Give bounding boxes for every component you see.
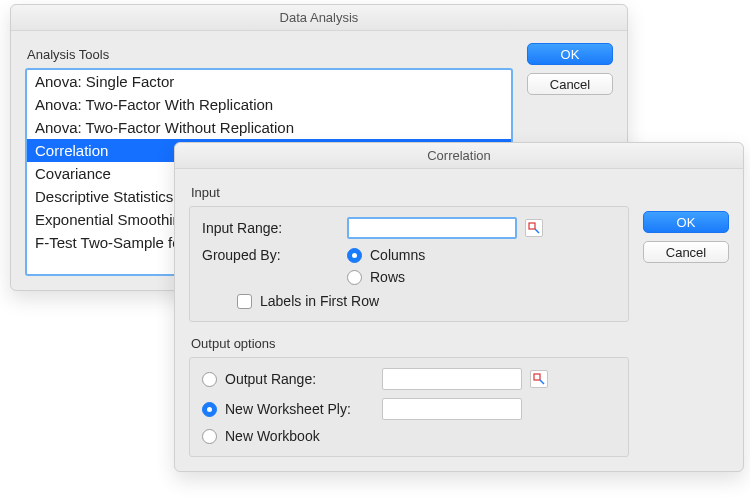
list-item[interactable]: Anova: Two-Factor With Replication [27, 93, 511, 116]
ok-button[interactable]: OK [527, 43, 613, 65]
labels-first-row-label: Labels in First Row [260, 293, 379, 309]
output-group: Output Range: New Worksheet Ply: [189, 357, 629, 457]
dialog-title: Data Analysis [11, 5, 627, 31]
cancel-button[interactable]: Cancel [527, 73, 613, 95]
radio-rows[interactable] [347, 270, 362, 285]
analysis-tools-label: Analysis Tools [27, 47, 513, 62]
list-item[interactable]: Anova: Two-Factor Without Replication [27, 116, 511, 139]
list-item[interactable]: Anova: Single Factor [27, 70, 511, 93]
radio-new-workbook[interactable] [202, 429, 217, 444]
input-range-field[interactable] [347, 217, 517, 239]
input-group: Input Range: Grouped By: [189, 206, 629, 322]
input-range-label: Input Range: [202, 220, 337, 236]
output-range-field[interactable] [382, 368, 522, 390]
dialog-title: Correlation [175, 143, 743, 169]
new-workbook-label: New Workbook [225, 428, 320, 444]
correlation-dialog: Correlation Input Input Range: Grouped B… [174, 142, 744, 472]
grouped-by-label: Grouped By: [202, 247, 337, 263]
svg-rect-0 [529, 223, 535, 229]
radio-new-worksheet[interactable] [202, 402, 217, 417]
columns-label: Columns [370, 247, 425, 263]
cancel-button[interactable]: Cancel [643, 241, 729, 263]
range-picker-icon[interactable] [525, 219, 543, 237]
svg-rect-1 [534, 374, 540, 380]
ok-button[interactable]: OK [643, 211, 729, 233]
output-range-label: Output Range: [225, 371, 316, 387]
new-worksheet-label: New Worksheet Ply: [225, 401, 351, 417]
output-options-heading: Output options [191, 336, 629, 351]
range-picker-icon[interactable] [530, 370, 548, 388]
radio-output-range[interactable] [202, 372, 217, 387]
labels-first-row-checkbox[interactable] [237, 294, 252, 309]
new-worksheet-field[interactable] [382, 398, 522, 420]
rows-label: Rows [370, 269, 405, 285]
radio-columns[interactable] [347, 248, 362, 263]
input-heading: Input [191, 185, 629, 200]
